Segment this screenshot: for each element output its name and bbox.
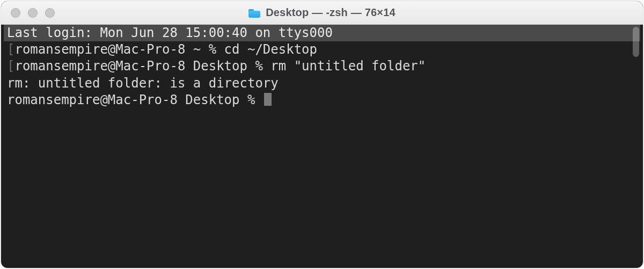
folder-icon [248, 8, 260, 18]
close-icon[interactable] [11, 8, 20, 18]
zoom-icon[interactable] [45, 8, 55, 18]
terminal-line: Last login: Mon Jun 28 15:00:40 on ttys0… [4, 25, 640, 41]
terminal-line: romansempire@Mac-Pro-8 Desktop % [4, 92, 640, 108]
prompt: romansempire@Mac-Pro-8 Desktop % [7, 92, 263, 107]
terminal-output: rm: untitled folder: is a directory [4, 75, 640, 92]
command-text: cd ~/Desktop [224, 42, 317, 57]
terminal-window: Desktop — -zsh — 76×14 Last login: Mon J… [1, 1, 643, 268]
prompt: romansempire@Mac-Pro-8 Desktop % [14, 59, 270, 74]
titlebar[interactable]: Desktop — -zsh — 76×14 [1, 1, 643, 25]
window-title-text: Desktop — -zsh — 76×14 [266, 6, 396, 19]
terminal-viewport[interactable]: Last login: Mon Jun 28 15:00:40 on ttys0… [4, 25, 640, 265]
prompt-bracket: [ [7, 58, 14, 75]
prompt: romansempire@Mac-Pro-8 ~ % [14, 42, 224, 57]
window-controls [11, 8, 55, 18]
terminal-line: [romansempire@Mac-Pro-8 Desktop % rm "un… [4, 58, 640, 75]
minimize-icon[interactable] [28, 8, 38, 18]
terminal-line: [romansempire@Mac-Pro-8 ~ % cd ~/Desktop [4, 41, 640, 58]
command-text: rm "untitled folder" [270, 59, 426, 74]
window-title: Desktop — -zsh — 76×14 [248, 6, 396, 19]
cursor [264, 93, 272, 106]
prompt-bracket: [ [7, 41, 14, 58]
scrollbar-thumb[interactable] [633, 27, 639, 57]
